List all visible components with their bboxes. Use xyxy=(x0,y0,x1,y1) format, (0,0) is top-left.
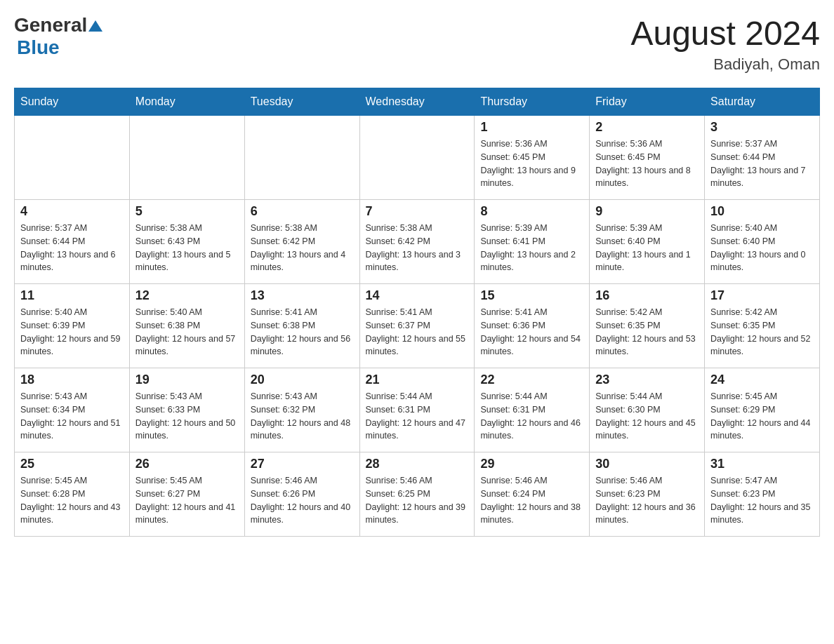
calendar-cell: 17Sunrise: 5:42 AMSunset: 6:35 PMDayligh… xyxy=(705,284,820,368)
day-info: Sunrise: 5:41 AMSunset: 6:37 PMDaylight:… xyxy=(366,306,469,358)
day-number: 22 xyxy=(480,373,583,387)
calendar-cell: 4Sunrise: 5:37 AMSunset: 6:44 PMDaylight… xyxy=(15,200,130,284)
day-info: Sunrise: 5:40 AMSunset: 6:38 PMDaylight:… xyxy=(135,306,239,358)
day-number: 7 xyxy=(366,204,469,219)
day-number: 4 xyxy=(20,204,124,219)
day-number: 27 xyxy=(251,457,354,471)
calendar-cell: 25Sunrise: 5:45 AMSunset: 6:28 PMDayligh… xyxy=(15,452,130,537)
header-day-sunday: Sunday xyxy=(15,88,130,116)
day-info: Sunrise: 5:40 AMSunset: 6:39 PMDaylight:… xyxy=(20,306,124,358)
day-info: Sunrise: 5:43 AMSunset: 6:33 PMDaylight:… xyxy=(135,390,239,443)
week-row-3: 18Sunrise: 5:43 AMSunset: 6:34 PMDayligh… xyxy=(15,368,820,452)
day-number: 1 xyxy=(480,120,583,135)
calendar-cell xyxy=(244,116,359,200)
day-number: 12 xyxy=(135,288,239,303)
calendar-cell: 31Sunrise: 5:47 AMSunset: 6:23 PMDayligh… xyxy=(705,452,820,537)
day-info: Sunrise: 5:36 AMSunset: 6:45 PMDaylight:… xyxy=(595,137,699,190)
week-row-4: 25Sunrise: 5:45 AMSunset: 6:28 PMDayligh… xyxy=(15,452,820,537)
week-row-0: 1Sunrise: 5:36 AMSunset: 6:45 PMDaylight… xyxy=(15,116,820,200)
day-number: 28 xyxy=(366,457,469,471)
calendar-cell: 1Sunrise: 5:36 AMSunset: 6:45 PMDaylight… xyxy=(475,116,590,200)
logo-blue-text: Blue xyxy=(17,36,60,59)
calendar-cell: 27Sunrise: 5:46 AMSunset: 6:26 PMDayligh… xyxy=(244,452,359,537)
logo: General Blue xyxy=(14,14,102,59)
calendar-cell: 18Sunrise: 5:43 AMSunset: 6:34 PMDayligh… xyxy=(15,368,130,452)
day-info: Sunrise: 5:44 AMSunset: 6:30 PMDaylight:… xyxy=(595,390,699,443)
day-number: 20 xyxy=(251,373,354,387)
calendar-cell: 2Sunrise: 5:36 AMSunset: 6:45 PMDaylight… xyxy=(590,116,705,200)
calendar-cell: 23Sunrise: 5:44 AMSunset: 6:30 PMDayligh… xyxy=(590,368,705,452)
day-number: 26 xyxy=(135,457,239,471)
day-number: 31 xyxy=(710,457,814,471)
day-number: 30 xyxy=(595,457,699,471)
month-title: August 2024 xyxy=(630,14,820,53)
day-info: Sunrise: 5:46 AMSunset: 6:23 PMDaylight:… xyxy=(595,474,699,527)
calendar-cell xyxy=(359,116,475,200)
day-info: Sunrise: 5:43 AMSunset: 6:34 PMDaylight:… xyxy=(20,390,124,443)
day-info: Sunrise: 5:38 AMSunset: 6:42 PMDaylight:… xyxy=(366,222,469,274)
header-row: SundayMondayTuesdayWednesdayThursdayFrid… xyxy=(15,88,820,116)
day-number: 6 xyxy=(251,204,354,219)
day-info: Sunrise: 5:45 AMSunset: 6:27 PMDaylight:… xyxy=(135,474,239,527)
location-label: Badiyah, Oman xyxy=(630,55,820,74)
header-day-saturday: Saturday xyxy=(705,88,820,116)
day-info: Sunrise: 5:39 AMSunset: 6:41 PMDaylight:… xyxy=(480,222,583,274)
calendar-header: SundayMondayTuesdayWednesdayThursdayFrid… xyxy=(15,88,820,116)
day-info: Sunrise: 5:45 AMSunset: 6:29 PMDaylight:… xyxy=(710,390,814,443)
day-number: 2 xyxy=(595,120,699,135)
day-number: 9 xyxy=(595,204,699,219)
day-info: Sunrise: 5:42 AMSunset: 6:35 PMDaylight:… xyxy=(710,306,814,358)
day-number: 24 xyxy=(710,373,814,387)
calendar-cell: 12Sunrise: 5:40 AMSunset: 6:38 PMDayligh… xyxy=(129,284,244,368)
page-header: General Blue August 2024 Badiyah, Oman xyxy=(14,14,820,74)
calendar-cell: 26Sunrise: 5:45 AMSunset: 6:27 PMDayligh… xyxy=(129,452,244,537)
calendar-cell xyxy=(15,116,130,200)
day-number: 11 xyxy=(20,288,124,303)
day-info: Sunrise: 5:45 AMSunset: 6:28 PMDaylight:… xyxy=(20,474,124,527)
day-info: Sunrise: 5:47 AMSunset: 6:23 PMDaylight:… xyxy=(710,474,814,527)
day-number: 18 xyxy=(20,373,124,387)
calendar-cell: 19Sunrise: 5:43 AMSunset: 6:33 PMDayligh… xyxy=(129,368,244,452)
week-row-1: 4Sunrise: 5:37 AMSunset: 6:44 PMDaylight… xyxy=(15,200,820,284)
day-number: 10 xyxy=(710,204,814,219)
day-number: 21 xyxy=(366,373,469,387)
calendar-cell: 3Sunrise: 5:37 AMSunset: 6:44 PMDaylight… xyxy=(705,116,820,200)
day-info: Sunrise: 5:46 AMSunset: 6:24 PMDaylight:… xyxy=(480,474,583,527)
day-number: 19 xyxy=(135,373,239,387)
day-info: Sunrise: 5:44 AMSunset: 6:31 PMDaylight:… xyxy=(366,390,469,443)
day-info: Sunrise: 5:42 AMSunset: 6:35 PMDaylight:… xyxy=(595,306,699,358)
day-number: 3 xyxy=(710,120,814,135)
day-info: Sunrise: 5:38 AMSunset: 6:43 PMDaylight:… xyxy=(135,222,239,274)
day-info: Sunrise: 5:38 AMSunset: 6:42 PMDaylight:… xyxy=(251,222,354,274)
logo-general-text: General xyxy=(14,14,87,36)
calendar-cell: 15Sunrise: 5:41 AMSunset: 6:36 PMDayligh… xyxy=(475,284,590,368)
day-info: Sunrise: 5:44 AMSunset: 6:31 PMDaylight:… xyxy=(480,390,583,443)
title-area: August 2024 Badiyah, Oman xyxy=(630,14,820,74)
header-day-tuesday: Tuesday xyxy=(244,88,359,116)
calendar-cell: 22Sunrise: 5:44 AMSunset: 6:31 PMDayligh… xyxy=(475,368,590,452)
day-info: Sunrise: 5:46 AMSunset: 6:25 PMDaylight:… xyxy=(366,474,469,527)
day-number: 25 xyxy=(20,457,124,471)
day-info: Sunrise: 5:40 AMSunset: 6:40 PMDaylight:… xyxy=(710,222,814,274)
calendar-cell: 6Sunrise: 5:38 AMSunset: 6:42 PMDaylight… xyxy=(244,200,359,284)
week-row-2: 11Sunrise: 5:40 AMSunset: 6:39 PMDayligh… xyxy=(15,284,820,368)
day-info: Sunrise: 5:39 AMSunset: 6:40 PMDaylight:… xyxy=(595,222,699,274)
day-number: 29 xyxy=(480,457,583,471)
day-number: 15 xyxy=(480,288,583,303)
calendar-cell: 20Sunrise: 5:43 AMSunset: 6:32 PMDayligh… xyxy=(244,368,359,452)
header-day-wednesday: Wednesday xyxy=(359,88,475,116)
calendar-cell: 24Sunrise: 5:45 AMSunset: 6:29 PMDayligh… xyxy=(705,368,820,452)
day-info: Sunrise: 5:37 AMSunset: 6:44 PMDaylight:… xyxy=(20,222,124,274)
calendar-cell: 11Sunrise: 5:40 AMSunset: 6:39 PMDayligh… xyxy=(15,284,130,368)
day-number: 16 xyxy=(595,288,699,303)
calendar-cell: 21Sunrise: 5:44 AMSunset: 6:31 PMDayligh… xyxy=(359,368,475,452)
calendar-cell: 5Sunrise: 5:38 AMSunset: 6:43 PMDaylight… xyxy=(129,200,244,284)
calendar-cell xyxy=(129,116,244,200)
calendar-cell: 30Sunrise: 5:46 AMSunset: 6:23 PMDayligh… xyxy=(590,452,705,537)
calendar-cell: 13Sunrise: 5:41 AMSunset: 6:38 PMDayligh… xyxy=(244,284,359,368)
calendar-cell: 10Sunrise: 5:40 AMSunset: 6:40 PMDayligh… xyxy=(705,200,820,284)
day-number: 14 xyxy=(366,288,469,303)
calendar-cell: 28Sunrise: 5:46 AMSunset: 6:25 PMDayligh… xyxy=(359,452,475,537)
day-info: Sunrise: 5:41 AMSunset: 6:38 PMDaylight:… xyxy=(251,306,354,358)
day-number: 23 xyxy=(595,373,699,387)
